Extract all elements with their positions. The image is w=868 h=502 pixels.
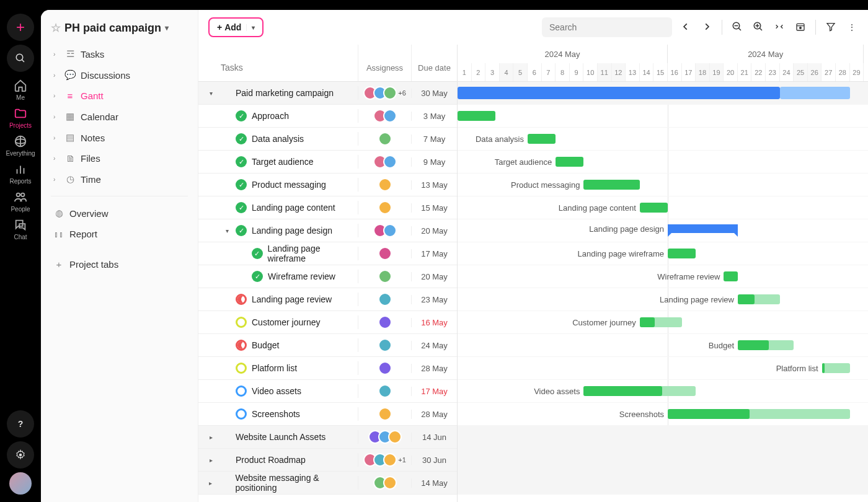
due-date[interactable]: 14 May bbox=[411, 478, 457, 488]
prev-button[interactable] bbox=[680, 22, 692, 33]
status-icon[interactable] bbox=[236, 317, 247, 328]
assignees[interactable] bbox=[373, 224, 397, 237]
gantt-row[interactable] bbox=[458, 426, 868, 449]
gantt-bar[interactable]: Landing page content bbox=[640, 203, 668, 213]
project-title[interactable]: ☆ PH paid campaign ▾ bbox=[47, 17, 192, 43]
gantt-bar[interactable]: Wireframe review bbox=[724, 271, 738, 281]
assignees[interactable] bbox=[378, 361, 392, 375]
task-row[interactable]: Platform list28 May bbox=[198, 357, 457, 380]
gantt-row[interactable] bbox=[458, 449, 868, 472]
sidebar-files[interactable]: ›🗎Files bbox=[47, 148, 192, 169]
task-row[interactable]: ▸Product Roadmap+130 Jun bbox=[198, 449, 457, 472]
task-row[interactable]: ✓Data analysis7 May bbox=[198, 128, 457, 151]
gantt-bar[interactable] bbox=[458, 111, 495, 121]
gantt-row[interactable] bbox=[458, 82, 868, 105]
status-icon[interactable] bbox=[219, 454, 231, 465]
task-row[interactable]: ✓Target audience9 May bbox=[198, 151, 457, 174]
assignees[interactable] bbox=[378, 384, 392, 398]
day-4[interactable]: 4 bbox=[500, 63, 514, 81]
gantt-row[interactable]: Data analysis bbox=[458, 128, 868, 151]
gantt-row[interactable]: Screenshots bbox=[458, 403, 868, 426]
status-icon[interactable]: ✓ bbox=[236, 225, 247, 236]
gantt-row[interactable]: Landing page design bbox=[458, 219, 868, 242]
day-23[interactable]: 23 bbox=[766, 63, 780, 81]
zoom-out-icon[interactable] bbox=[731, 21, 743, 34]
gantt-row[interactable]: Landing page wireframe bbox=[458, 242, 868, 265]
task-row[interactable]: ▾Paid marketing campaign+630 May bbox=[198, 82, 457, 105]
column-due[interactable]: Due date bbox=[411, 45, 457, 81]
task-row[interactable]: ✓Landing page content15 May bbox=[198, 196, 457, 219]
gantt-group-bar[interactable]: Landing page design bbox=[668, 224, 738, 233]
day-21[interactable]: 21 bbox=[738, 63, 752, 81]
rail-reports[interactable]: Reports bbox=[6, 159, 35, 187]
day-6[interactable]: 6 bbox=[528, 63, 542, 81]
gantt-row[interactable]: Platform list bbox=[458, 357, 868, 380]
assignees[interactable] bbox=[378, 315, 392, 329]
assignees[interactable]: +1 bbox=[363, 453, 406, 467]
day-10[interactable]: 10 bbox=[583, 63, 598, 81]
task-row[interactable]: Customer journey16 May bbox=[198, 311, 457, 334]
status-icon[interactable] bbox=[219, 87, 231, 99]
sidebar-time[interactable]: ›◷Time bbox=[47, 169, 192, 190]
rail-me[interactable]: Me bbox=[6, 76, 35, 103]
day-8[interactable]: 8 bbox=[556, 63, 570, 81]
day-18[interactable]: 18 bbox=[696, 63, 710, 81]
gantt-row[interactable]: Product messaging bbox=[458, 174, 868, 196]
gantt-row[interactable]: Landing page review bbox=[458, 288, 868, 311]
assignees[interactable] bbox=[378, 247, 392, 260]
sidebar-tasks[interactable]: ›☲Tasks bbox=[47, 43, 192, 64]
due-date[interactable]: 14 Jun bbox=[411, 433, 457, 442]
status-icon[interactable]: ✓ bbox=[236, 156, 247, 167]
due-date[interactable]: 28 May bbox=[411, 364, 457, 373]
assignees[interactable] bbox=[378, 132, 392, 146]
search-button[interactable] bbox=[7, 45, 34, 72]
task-row[interactable]: ✓Wireframe review20 May bbox=[198, 265, 457, 288]
due-date[interactable]: 17 May bbox=[411, 387, 457, 396]
due-date[interactable]: 3 May bbox=[411, 112, 457, 121]
add-button[interactable]: + Add ▾ bbox=[208, 17, 264, 37]
task-row[interactable]: ▸Website Launch Assets14 Jun bbox=[198, 426, 457, 449]
gantt-row[interactable] bbox=[458, 105, 868, 128]
status-icon[interactable]: ✓ bbox=[236, 110, 247, 121]
day-15[interactable]: 15 bbox=[653, 63, 668, 81]
sidebar-gantt[interactable]: ›≡Gantt bbox=[47, 86, 192, 106]
rail-chat[interactable]: Chat bbox=[6, 215, 35, 243]
day-29[interactable]: 29 bbox=[850, 63, 864, 81]
create-button[interactable]: + bbox=[7, 14, 34, 41]
status-icon[interactable] bbox=[236, 363, 247, 374]
status-icon[interactable] bbox=[219, 477, 231, 488]
gantt-row[interactable]: Landing page content bbox=[458, 196, 868, 219]
day-13[interactable]: 13 bbox=[626, 63, 640, 81]
zoom-in-icon[interactable] bbox=[752, 21, 764, 34]
next-button[interactable] bbox=[701, 22, 713, 33]
project-tabs-add[interactable]: + Project tabs bbox=[47, 254, 192, 275]
assignees[interactable] bbox=[373, 155, 397, 169]
assignees[interactable] bbox=[378, 201, 392, 214]
gantt-row[interactable]: Budget bbox=[458, 334, 868, 357]
day-16[interactable]: 16 bbox=[668, 63, 682, 81]
task-row[interactable]: ✓Approach3 May bbox=[198, 105, 457, 128]
sidebar-notes[interactable]: ›▤Notes bbox=[47, 127, 192, 148]
day-17[interactable]: 17 bbox=[682, 63, 696, 81]
due-date[interactable]: 20 May bbox=[411, 226, 457, 236]
day-7[interactable]: 7 bbox=[542, 63, 556, 81]
task-row[interactable]: ✓Product messaging13 May bbox=[198, 174, 457, 196]
gantt-bar[interactable]: Landing page wireframe bbox=[668, 249, 696, 258]
more-icon[interactable]: ⋮ bbox=[846, 22, 858, 32]
assignees[interactable] bbox=[373, 476, 397, 490]
user-avatar[interactable] bbox=[9, 472, 32, 495]
gantt-bar[interactable]: Data analysis bbox=[528, 134, 556, 144]
due-date[interactable]: 15 May bbox=[411, 203, 457, 213]
day-22[interactable]: 22 bbox=[751, 63, 766, 81]
gantt-row[interactable]: Wireframe review bbox=[458, 265, 868, 288]
day-14[interactable]: 14 bbox=[640, 63, 654, 81]
gantt-chart[interactable]: 2024 May2024 May 12345678910111213141516… bbox=[458, 45, 868, 502]
status-icon[interactable]: ✓ bbox=[236, 179, 247, 190]
chevron-right-icon[interactable]: ▸ bbox=[207, 434, 215, 441]
status-icon[interactable] bbox=[236, 385, 247, 397]
assignees[interactable] bbox=[368, 430, 402, 444]
due-date[interactable]: 17 May bbox=[411, 249, 457, 258]
gantt-row[interactable] bbox=[458, 472, 868, 495]
status-icon[interactable]: ✓ bbox=[252, 271, 263, 282]
status-icon[interactable] bbox=[236, 294, 247, 305]
